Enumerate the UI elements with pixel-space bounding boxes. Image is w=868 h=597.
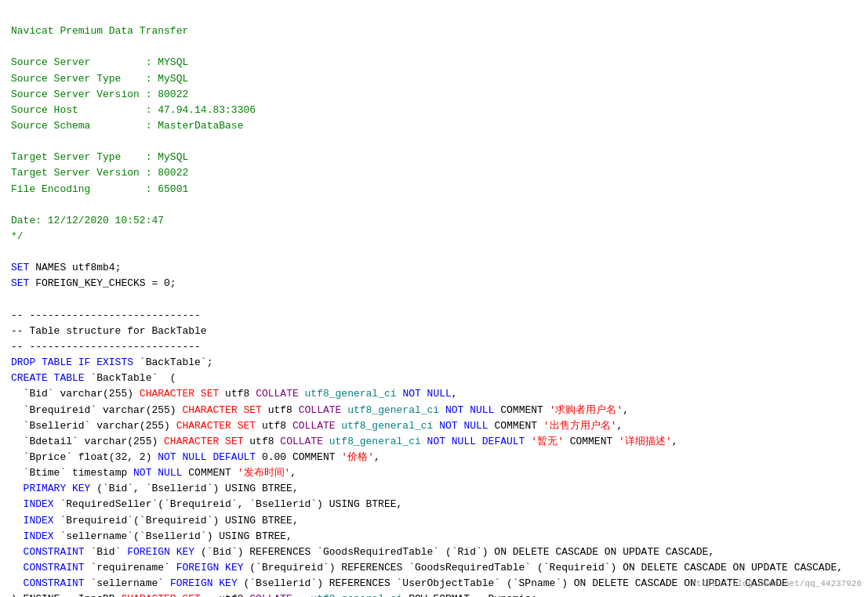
code-content: Navicat Premium Data Transfer Source Ser… (11, 8, 857, 597)
date-line: Date: 12/12/2020 10:52:47 */ (11, 215, 164, 242)
title-line: Navicat Premium Data Transfer (11, 25, 188, 37)
watermark: https://blog.csdn.net/qq_44237926 (691, 577, 862, 591)
set-names: SET (11, 262, 29, 273)
source-server-line: Source Server : MYSQL Source Server Type… (11, 56, 256, 132)
target-server-line: Target Server Type : MySQL Target Server… (11, 151, 188, 194)
